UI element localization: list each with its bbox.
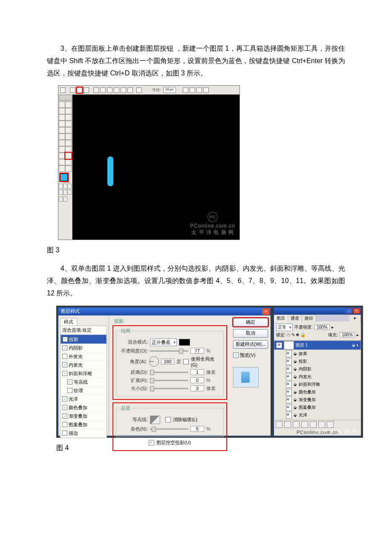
- opacity-slider[interactable]: [150, 350, 188, 352]
- style-color-overlay[interactable]: ✓颜色叠加: [61, 404, 107, 412]
- marquee-tool[interactable]: [59, 101, 65, 108]
- style-gradient-overlay[interactable]: ✓渐变叠加: [61, 412, 107, 421]
- eyedrop-tool[interactable]: [65, 159, 72, 165]
- eraser-tool[interactable]: [59, 133, 65, 140]
- fx-bevel[interactable]: 斜面和浮雕: [299, 382, 320, 387]
- fx-label[interactable]: 效果: [299, 351, 307, 357]
- notes-tool[interactable]: [59, 159, 65, 165]
- style-bevel-emboss[interactable]: ✓斜面和浮雕: [61, 370, 107, 378]
- knockout-checkbox[interactable]: ✓: [149, 440, 154, 445]
- brush-tool[interactable]: [65, 121, 72, 127]
- flyout-icon[interactable]: ▸: [349, 315, 361, 321]
- lasso-tool[interactable]: [59, 108, 65, 114]
- radius-input[interactable]: 10 px: [163, 87, 176, 93]
- styles-header[interactable]: 样式: [60, 318, 77, 326]
- dropdown-icon[interactable]: [136, 87, 142, 93]
- screen-icon-2[interactable]: [63, 190, 67, 195]
- close-icon[interactable]: ×: [262, 308, 270, 315]
- angle-dial[interactable]: [149, 356, 159, 367]
- distance-slider[interactable]: [150, 372, 188, 373]
- fx-drop-shadow[interactable]: 投影: [299, 358, 307, 364]
- style-satin[interactable]: ✓光泽: [61, 395, 107, 404]
- antialias-checkbox[interactable]: [165, 417, 171, 422]
- fx-color-overlay[interactable]: 颜色叠加: [299, 389, 316, 395]
- move-tool[interactable]: [65, 101, 72, 108]
- style-stroke[interactable]: 描边: [61, 429, 107, 438]
- rrect-icon[interactable]: [100, 87, 106, 93]
- style-texture[interactable]: 纹理: [61, 387, 107, 395]
- shape-tool[interactable]: [65, 153, 72, 159]
- misc-icon-4[interactable]: [203, 87, 209, 93]
- size-slider[interactable]: [150, 388, 188, 389]
- tab-channels[interactable]: 通道: [288, 315, 302, 321]
- fx-satin[interactable]: 光泽: [299, 412, 307, 418]
- spread-slider[interactable]: [150, 380, 188, 381]
- style-inner-glow[interactable]: ✓内发光: [61, 361, 107, 370]
- tab-paths[interactable]: 路径: [302, 315, 316, 321]
- screen-icon-3[interactable]: [67, 190, 72, 195]
- link-icon[interactable]: [276, 421, 282, 428]
- style-inner-shadow[interactable]: ✓内阴影: [61, 344, 107, 353]
- distance-value[interactable]: 1: [190, 369, 204, 375]
- close-panel-icon[interactable]: ×: [353, 308, 360, 314]
- fx-pattern-overlay[interactable]: 图案叠加: [299, 405, 316, 410]
- spread-value[interactable]: 0: [190, 377, 204, 383]
- custom-icon[interactable]: [127, 87, 133, 93]
- pen-tool[interactable]: [59, 153, 65, 159]
- noise-value[interactable]: 5: [190, 426, 204, 432]
- foreground-color[interactable]: [60, 173, 68, 181]
- style-contour[interactable]: ✓等高线: [61, 378, 107, 387]
- tab-layers[interactable]: 图层: [274, 315, 288, 321]
- opacity-value[interactable]: 77: [190, 348, 204, 354]
- wand-tool[interactable]: [65, 108, 72, 114]
- layer-1[interactable]: 👁 图层 1 ⬙ ▾: [274, 341, 361, 350]
- folder-icon[interactable]: [310, 421, 317, 428]
- history-tool[interactable]: [65, 127, 72, 133]
- fx-inner-shadow[interactable]: 内阴影: [299, 366, 311, 372]
- shadow-color-swatch[interactable]: [179, 339, 190, 346]
- ellipse-icon[interactable]: [107, 87, 112, 93]
- crop-tool[interactable]: [59, 114, 65, 121]
- ir-icon-2[interactable]: [63, 197, 67, 202]
- fx-icon[interactable]: [284, 421, 291, 428]
- visibility-icon[interactable]: 👁: [276, 342, 282, 348]
- fill-value[interactable]: 100%: [340, 332, 355, 338]
- mask-icon[interactable]: [293, 421, 300, 428]
- style-drop-shadow[interactable]: ✓投影: [61, 335, 107, 344]
- paths-mode-icon[interactable]: [77, 87, 82, 93]
- gradient-tool[interactable]: [65, 133, 72, 140]
- contour-picker[interactable]: [150, 416, 160, 424]
- preview-checkbox[interactable]: ✓: [233, 353, 239, 358]
- fill-pixels-icon[interactable]: [84, 87, 89, 93]
- screen-icon-1[interactable]: [59, 190, 63, 195]
- hand-tool[interactable]: [59, 165, 65, 172]
- type-tool[interactable]: [65, 146, 72, 153]
- misc-icon-2[interactable]: [190, 87, 195, 93]
- trash-icon[interactable]: [327, 421, 334, 428]
- opacity-panel-value[interactable]: 100%: [314, 324, 330, 330]
- new-style-button[interactable]: 新建样式(W)...: [233, 340, 268, 349]
- ir-icon[interactable]: [59, 197, 63, 202]
- color-swatches[interactable]: [59, 173, 72, 183]
- noise-slider[interactable]: [150, 428, 188, 430]
- style-pattern-overlay[interactable]: 图案叠加: [61, 421, 107, 429]
- mode-icon-3[interactable]: [67, 184, 72, 189]
- blur-tool[interactable]: [59, 140, 65, 146]
- dodge-tool[interactable]: [65, 140, 72, 146]
- cancel-button[interactable]: 取消: [233, 329, 268, 338]
- new-layer-icon[interactable]: [318, 421, 325, 428]
- polygon-icon[interactable]: [114, 87, 119, 93]
- dialog-titlebar[interactable]: 图层样式 ×: [58, 308, 271, 315]
- preset-icon[interactable]: [60, 87, 66, 93]
- angle-value[interactable]: 180: [161, 358, 174, 364]
- zoom-tool[interactable]: [65, 165, 72, 172]
- minimize-icon[interactable]: –: [346, 308, 352, 314]
- shape-layer-icon[interactable]: [70, 87, 75, 93]
- adjustment-icon[interactable]: [301, 421, 308, 428]
- style-outer-glow[interactable]: 外发光: [61, 353, 107, 361]
- path-tool[interactable]: [59, 146, 65, 153]
- rect-icon[interactable]: [93, 87, 99, 93]
- line-icon[interactable]: [121, 87, 126, 93]
- canvas[interactable]: PC PConline.com.cn 太 平 洋 电 脑 网: [72, 95, 239, 240]
- style-blending-options[interactable]: 混合选项:自定: [61, 326, 107, 335]
